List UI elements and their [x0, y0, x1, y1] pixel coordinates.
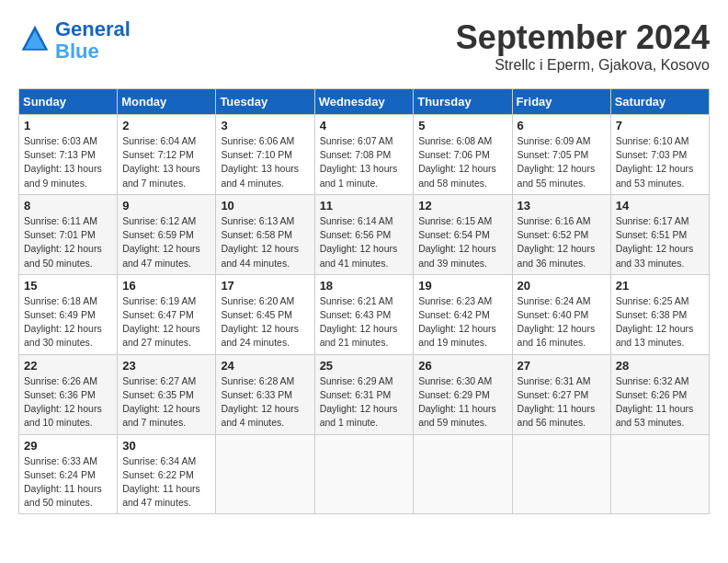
title-block: September 2024 Strellc i Eperm, Gjakova,… [456, 18, 710, 74]
day-detail: Sunrise: 6:27 AMSunset: 6:35 PMDaylight:… [122, 374, 210, 431]
calendar-day-cell: 7Sunrise: 6:10 AMSunset: 7:03 PMDaylight… [610, 115, 709, 195]
day-number: 7 [616, 119, 704, 132]
day-number: 8 [24, 199, 112, 213]
calendar-day-cell: 28Sunrise: 6:32 AMSunset: 6:26 PMDayligh… [610, 354, 709, 434]
calendar-day-cell: 22Sunrise: 6:26 AMSunset: 6:36 PMDayligh… [19, 354, 118, 434]
day-detail: Sunrise: 6:04 AMSunset: 7:12 PMDaylight:… [122, 134, 210, 190]
day-number: 6 [518, 119, 606, 132]
calendar-day-cell [216, 434, 314, 514]
day-detail: Sunrise: 6:34 AMSunset: 6:22 PMDaylight:… [122, 454, 210, 511]
calendar-day-cell: 6Sunrise: 6:09 AMSunset: 7:05 PMDaylight… [512, 115, 610, 195]
calendar-day-cell: 21Sunrise: 6:25 AMSunset: 6:38 PMDayligh… [610, 274, 709, 354]
calendar-day-cell: 30Sunrise: 6:34 AMSunset: 6:22 PMDayligh… [118, 434, 216, 514]
calendar-day-cell: 29Sunrise: 6:33 AMSunset: 6:24 PMDayligh… [19, 434, 118, 514]
day-number: 26 [418, 359, 506, 373]
day-number: 21 [616, 279, 704, 293]
day-detail: Sunrise: 6:29 AMSunset: 6:31 PMDaylight:… [320, 374, 409, 431]
day-detail: Sunrise: 6:17 AMSunset: 6:51 PMDaylight:… [616, 214, 704, 270]
day-detail: Sunrise: 6:10 AMSunset: 7:03 PMDaylight:… [616, 134, 704, 190]
day-detail: Sunrise: 6:21 AMSunset: 6:43 PMDaylight:… [320, 294, 409, 350]
calendar-week-row: 22Sunrise: 6:26 AMSunset: 6:36 PMDayligh… [19, 354, 710, 434]
day-number: 30 [122, 439, 210, 453]
day-detail: Sunrise: 6:08 AMSunset: 7:06 PMDaylight:… [418, 134, 506, 190]
calendar-day-cell: 19Sunrise: 6:23 AMSunset: 6:42 PMDayligh… [414, 274, 512, 354]
day-detail: Sunrise: 6:25 AMSunset: 6:38 PMDaylight:… [616, 294, 704, 350]
day-number: 3 [221, 119, 309, 132]
calendar-day-cell [414, 434, 512, 514]
calendar-day-cell: 10Sunrise: 6:13 AMSunset: 6:58 PMDayligh… [216, 194, 314, 274]
day-detail: Sunrise: 6:19 AMSunset: 6:47 PMDaylight:… [122, 294, 210, 350]
calendar-day-cell: 9Sunrise: 6:12 AMSunset: 6:59 PMDaylight… [118, 194, 216, 274]
day-number: 27 [518, 359, 606, 373]
calendar-day-cell: 16Sunrise: 6:19 AMSunset: 6:47 PMDayligh… [118, 274, 216, 354]
day-of-week-header: Wednesday [314, 89, 414, 115]
calendar-day-cell: 3Sunrise: 6:06 AMSunset: 7:10 PMDaylight… [216, 115, 314, 195]
calendar-day-cell: 17Sunrise: 6:20 AMSunset: 6:45 PMDayligh… [216, 274, 314, 354]
day-of-week-header: Sunday [19, 89, 118, 115]
calendar-day-cell: 18Sunrise: 6:21 AMSunset: 6:43 PMDayligh… [314, 274, 414, 354]
day-number: 1 [24, 119, 112, 132]
calendar-day-cell: 14Sunrise: 6:17 AMSunset: 6:51 PMDayligh… [610, 194, 709, 274]
day-number: 22 [24, 359, 112, 373]
calendar-day-cell [512, 434, 610, 514]
day-detail: Sunrise: 6:32 AMSunset: 6:26 PMDaylight:… [616, 374, 704, 431]
day-detail: Sunrise: 6:11 AMSunset: 7:01 PMDaylight:… [24, 214, 112, 270]
logo-icon [18, 24, 51, 57]
calendar-day-cell: 8Sunrise: 6:11 AMSunset: 7:01 PMDaylight… [19, 194, 118, 274]
calendar-day-cell: 20Sunrise: 6:24 AMSunset: 6:40 PMDayligh… [512, 274, 610, 354]
day-detail: Sunrise: 6:09 AMSunset: 7:05 PMDaylight:… [518, 134, 606, 190]
calendar-table: SundayMondayTuesdayWednesdayThursdayFrid… [18, 88, 710, 514]
calendar-day-cell: 1Sunrise: 6:03 AMSunset: 7:13 PMDaylight… [19, 115, 118, 195]
day-of-week-header: Monday [118, 89, 216, 115]
location: Strellc i Eperm, Gjakova, Kosovo [456, 57, 710, 74]
day-number: 25 [320, 359, 409, 373]
day-number: 13 [518, 199, 606, 213]
calendar-day-cell: 15Sunrise: 6:18 AMSunset: 6:49 PMDayligh… [19, 274, 118, 354]
day-detail: Sunrise: 6:12 AMSunset: 6:59 PMDaylight:… [122, 214, 210, 270]
calendar-day-cell: 12Sunrise: 6:15 AMSunset: 6:54 PMDayligh… [414, 194, 512, 274]
day-number: 23 [122, 359, 210, 373]
day-of-week-header: Tuesday [216, 89, 314, 115]
day-detail: Sunrise: 6:33 AMSunset: 6:24 PMDaylight:… [24, 454, 112, 511]
calendar-day-cell [314, 434, 414, 514]
day-number: 12 [418, 199, 506, 213]
day-detail: Sunrise: 6:23 AMSunset: 6:42 PMDaylight:… [418, 294, 506, 350]
logo-text: General Blue [55, 18, 131, 63]
day-number: 4 [320, 119, 409, 132]
day-number: 28 [616, 359, 704, 373]
calendar-day-cell: 5Sunrise: 6:08 AMSunset: 7:06 PMDaylight… [414, 115, 512, 195]
day-detail: Sunrise: 6:15 AMSunset: 6:54 PMDaylight:… [418, 214, 506, 270]
day-number: 11 [320, 199, 409, 213]
day-detail: Sunrise: 6:31 AMSunset: 6:27 PMDaylight:… [518, 374, 606, 431]
page-header: General Blue September 2024 Strellc i Ep… [18, 18, 710, 74]
day-detail: Sunrise: 6:26 AMSunset: 6:36 PMDaylight:… [24, 374, 112, 431]
calendar-day-cell: 23Sunrise: 6:27 AMSunset: 6:35 PMDayligh… [118, 354, 216, 434]
day-number: 5 [418, 119, 506, 132]
day-detail: Sunrise: 6:20 AMSunset: 6:45 PMDaylight:… [221, 294, 309, 350]
day-of-week-header: Friday [512, 89, 610, 115]
day-detail: Sunrise: 6:30 AMSunset: 6:29 PMDaylight:… [418, 374, 506, 431]
day-detail: Sunrise: 6:13 AMSunset: 6:58 PMDaylight:… [221, 214, 309, 270]
day-number: 14 [616, 199, 704, 213]
day-number: 19 [418, 279, 506, 293]
day-of-week-header: Saturday [610, 89, 709, 115]
day-detail: Sunrise: 6:03 AMSunset: 7:13 PMDaylight:… [24, 134, 112, 190]
day-detail: Sunrise: 6:07 AMSunset: 7:08 PMDaylight:… [320, 134, 409, 190]
day-number: 10 [221, 199, 309, 213]
day-detail: Sunrise: 6:28 AMSunset: 6:33 PMDaylight:… [221, 374, 309, 431]
calendar-day-cell: 4Sunrise: 6:07 AMSunset: 7:08 PMDaylight… [314, 115, 414, 195]
month-title: September 2024 [456, 18, 710, 57]
calendar-day-cell: 13Sunrise: 6:16 AMSunset: 6:52 PMDayligh… [512, 194, 610, 274]
calendar-day-cell: 11Sunrise: 6:14 AMSunset: 6:56 PMDayligh… [314, 194, 414, 274]
calendar-week-row: 8Sunrise: 6:11 AMSunset: 7:01 PMDaylight… [19, 194, 710, 274]
day-number: 17 [221, 279, 309, 293]
day-of-week-header: Thursday [414, 89, 512, 115]
calendar-day-cell: 25Sunrise: 6:29 AMSunset: 6:31 PMDayligh… [314, 354, 414, 434]
day-number: 16 [122, 279, 210, 293]
day-number: 18 [320, 279, 409, 293]
calendar-header-row: SundayMondayTuesdayWednesdayThursdayFrid… [19, 89, 710, 115]
calendar-day-cell [610, 434, 709, 514]
logo: General Blue [18, 18, 131, 63]
day-detail: Sunrise: 6:24 AMSunset: 6:40 PMDaylight:… [518, 294, 606, 350]
calendar-day-cell: 2Sunrise: 6:04 AMSunset: 7:12 PMDaylight… [118, 115, 216, 195]
